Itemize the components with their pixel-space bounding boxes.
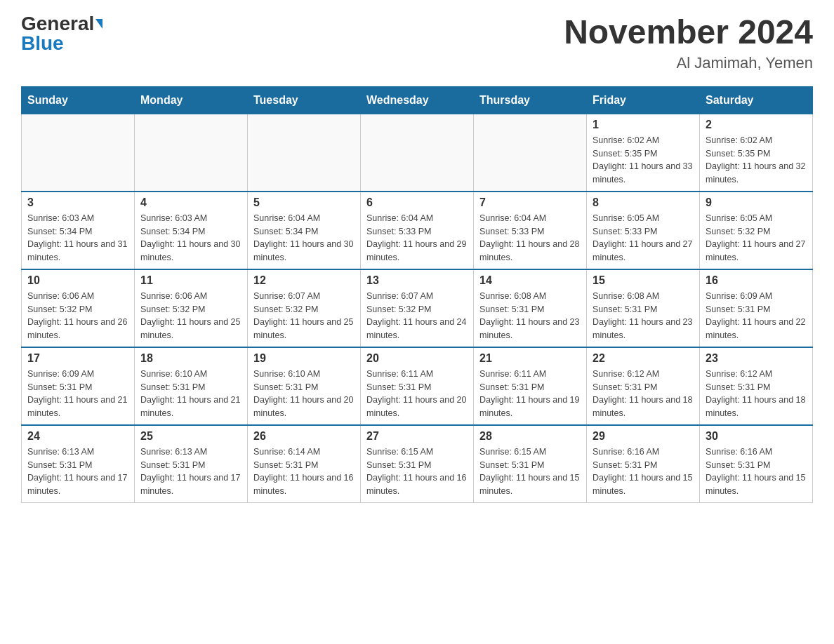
day-number: 2 — [706, 119, 807, 131]
day-number: 19 — [253, 352, 355, 365]
calendar-title: November 2024 — [564, 14, 813, 51]
day-info: Sunrise: 6:04 AMSunset: 5:33 PMDaylight:… — [366, 212, 468, 264]
logo: General Blue — [21, 14, 102, 53]
calendar-week-row: 17Sunrise: 6:09 AMSunset: 5:31 PMDayligh… — [22, 347, 813, 425]
day-number: 14 — [479, 274, 581, 287]
day-number: 30 — [706, 430, 807, 443]
calendar-cell: 30Sunrise: 6:16 AMSunset: 5:31 PMDayligh… — [700, 425, 813, 503]
day-info: Sunrise: 6:06 AMSunset: 5:32 PMDaylight:… — [140, 290, 241, 342]
day-info: Sunrise: 6:13 AMSunset: 5:31 PMDaylight:… — [27, 445, 128, 498]
day-info: Sunrise: 6:06 AMSunset: 5:32 PMDaylight:… — [27, 290, 128, 342]
logo-general-text: General — [21, 14, 94, 34]
day-number: 28 — [479, 430, 581, 443]
day-number: 22 — [593, 352, 694, 365]
calendar-cell: 6Sunrise: 6:04 AMSunset: 5:33 PMDaylight… — [361, 192, 474, 269]
calendar-cell: 1Sunrise: 6:02 AMSunset: 5:35 PMDaylight… — [587, 114, 700, 192]
weekday-header: Wednesday — [361, 86, 474, 114]
day-info: Sunrise: 6:02 AMSunset: 5:35 PMDaylight:… — [706, 134, 807, 187]
day-info: Sunrise: 6:10 AMSunset: 5:31 PMDaylight:… — [253, 368, 355, 420]
day-number: 16 — [706, 274, 807, 287]
day-number: 17 — [27, 352, 128, 365]
day-info: Sunrise: 6:12 AMSunset: 5:31 PMDaylight:… — [593, 368, 694, 420]
calendar-week-row: 24Sunrise: 6:13 AMSunset: 5:31 PMDayligh… — [22, 425, 813, 503]
day-number: 23 — [706, 352, 807, 365]
day-number: 15 — [593, 274, 694, 287]
day-info: Sunrise: 6:15 AMSunset: 5:31 PMDaylight:… — [479, 445, 581, 498]
day-info: Sunrise: 6:11 AMSunset: 5:31 PMDaylight:… — [479, 368, 581, 420]
day-number: 13 — [366, 274, 468, 287]
calendar-cell: 13Sunrise: 6:07 AMSunset: 5:32 PMDayligh… — [361, 269, 474, 347]
weekday-header: Tuesday — [248, 86, 361, 114]
calendar-cell: 11Sunrise: 6:06 AMSunset: 5:32 PMDayligh… — [135, 269, 248, 347]
calendar-cell: 19Sunrise: 6:10 AMSunset: 5:31 PMDayligh… — [248, 347, 361, 425]
day-info: Sunrise: 6:03 AMSunset: 5:34 PMDaylight:… — [27, 212, 128, 264]
calendar-cell: 3Sunrise: 6:03 AMSunset: 5:34 PMDaylight… — [22, 192, 135, 269]
calendar-cell: 2Sunrise: 6:02 AMSunset: 5:35 PMDaylight… — [700, 114, 813, 192]
calendar-cell: 10Sunrise: 6:06 AMSunset: 5:32 PMDayligh… — [22, 269, 135, 347]
day-info: Sunrise: 6:15 AMSunset: 5:31 PMDaylight:… — [366, 445, 468, 498]
day-info: Sunrise: 6:10 AMSunset: 5:31 PMDaylight:… — [140, 368, 241, 420]
calendar-week-row: 3Sunrise: 6:03 AMSunset: 5:34 PMDaylight… — [22, 192, 813, 269]
day-info: Sunrise: 6:16 AMSunset: 5:31 PMDaylight:… — [706, 445, 807, 498]
day-info: Sunrise: 6:16 AMSunset: 5:31 PMDaylight:… — [593, 445, 694, 498]
weekday-header: Saturday — [700, 86, 813, 114]
day-info: Sunrise: 6:08 AMSunset: 5:31 PMDaylight:… — [479, 290, 581, 342]
weekday-header: Friday — [587, 86, 700, 114]
calendar-cell: 7Sunrise: 6:04 AMSunset: 5:33 PMDaylight… — [474, 192, 587, 269]
calendar-week-row: 1Sunrise: 6:02 AMSunset: 5:35 PMDaylight… — [22, 114, 813, 192]
calendar-cell — [474, 114, 587, 192]
calendar-cell: 29Sunrise: 6:16 AMSunset: 5:31 PMDayligh… — [587, 425, 700, 503]
page-header: General Blue November 2024 Al Jamimah, Y… — [21, 14, 813, 72]
day-number: 27 — [366, 430, 468, 443]
day-number: 29 — [593, 430, 694, 443]
weekday-header: Sunday — [22, 86, 135, 114]
day-number: 21 — [479, 352, 581, 365]
calendar-cell: 4Sunrise: 6:03 AMSunset: 5:34 PMDaylight… — [135, 192, 248, 269]
day-info: Sunrise: 6:04 AMSunset: 5:33 PMDaylight:… — [479, 212, 581, 264]
calendar-cell: 9Sunrise: 6:05 AMSunset: 5:32 PMDaylight… — [700, 192, 813, 269]
day-info: Sunrise: 6:12 AMSunset: 5:31 PMDaylight:… — [706, 368, 807, 420]
day-info: Sunrise: 6:07 AMSunset: 5:32 PMDaylight:… — [253, 290, 355, 342]
calendar-cell: 8Sunrise: 6:05 AMSunset: 5:33 PMDaylight… — [587, 192, 700, 269]
calendar-cell: 26Sunrise: 6:14 AMSunset: 5:31 PMDayligh… — [248, 425, 361, 503]
day-info: Sunrise: 6:13 AMSunset: 5:31 PMDaylight:… — [140, 445, 241, 498]
day-info: Sunrise: 6:03 AMSunset: 5:34 PMDaylight:… — [140, 212, 241, 264]
calendar-cell: 16Sunrise: 6:09 AMSunset: 5:31 PMDayligh… — [700, 269, 813, 347]
day-info: Sunrise: 6:11 AMSunset: 5:31 PMDaylight:… — [366, 368, 468, 420]
day-number: 1 — [593, 119, 694, 131]
calendar-subtitle: Al Jamimah, Yemen — [564, 54, 813, 72]
day-number: 12 — [253, 274, 355, 287]
day-info: Sunrise: 6:09 AMSunset: 5:31 PMDaylight:… — [27, 368, 128, 420]
day-info: Sunrise: 6:02 AMSunset: 5:35 PMDaylight:… — [593, 134, 694, 187]
calendar-cell: 24Sunrise: 6:13 AMSunset: 5:31 PMDayligh… — [22, 425, 135, 503]
calendar-cell: 15Sunrise: 6:08 AMSunset: 5:31 PMDayligh… — [587, 269, 700, 347]
calendar-cell — [135, 114, 248, 192]
day-info: Sunrise: 6:09 AMSunset: 5:31 PMDaylight:… — [706, 290, 807, 342]
calendar-cell: 28Sunrise: 6:15 AMSunset: 5:31 PMDayligh… — [474, 425, 587, 503]
calendar-cell — [248, 114, 361, 192]
title-block: November 2024 Al Jamimah, Yemen — [564, 14, 813, 72]
day-info: Sunrise: 6:05 AMSunset: 5:33 PMDaylight:… — [593, 212, 694, 264]
day-info: Sunrise: 6:08 AMSunset: 5:31 PMDaylight:… — [593, 290, 694, 342]
logo-blue-text: Blue — [21, 34, 64, 53]
calendar-cell: 14Sunrise: 6:08 AMSunset: 5:31 PMDayligh… — [474, 269, 587, 347]
day-number: 8 — [593, 196, 694, 209]
day-info: Sunrise: 6:05 AMSunset: 5:32 PMDaylight:… — [706, 212, 807, 264]
day-info: Sunrise: 6:04 AMSunset: 5:34 PMDaylight:… — [253, 212, 355, 264]
calendar-cell: 22Sunrise: 6:12 AMSunset: 5:31 PMDayligh… — [587, 347, 700, 425]
logo-arrow-icon — [95, 19, 102, 29]
day-number: 26 — [253, 430, 355, 443]
calendar-cell — [22, 114, 135, 192]
day-info: Sunrise: 6:07 AMSunset: 5:32 PMDaylight:… — [366, 290, 468, 342]
calendar-week-row: 10Sunrise: 6:06 AMSunset: 5:32 PMDayligh… — [22, 269, 813, 347]
calendar-table: SundayMondayTuesdayWednesdayThursdayFrid… — [21, 86, 813, 503]
calendar-header-row: SundayMondayTuesdayWednesdayThursdayFrid… — [22, 86, 813, 114]
weekday-header: Thursday — [474, 86, 587, 114]
day-number: 5 — [253, 196, 355, 209]
day-number: 24 — [27, 430, 128, 443]
day-info: Sunrise: 6:14 AMSunset: 5:31 PMDaylight:… — [253, 445, 355, 498]
calendar-cell: 27Sunrise: 6:15 AMSunset: 5:31 PMDayligh… — [361, 425, 474, 503]
calendar-cell — [361, 114, 474, 192]
day-number: 4 — [140, 196, 241, 209]
day-number: 6 — [366, 196, 468, 209]
